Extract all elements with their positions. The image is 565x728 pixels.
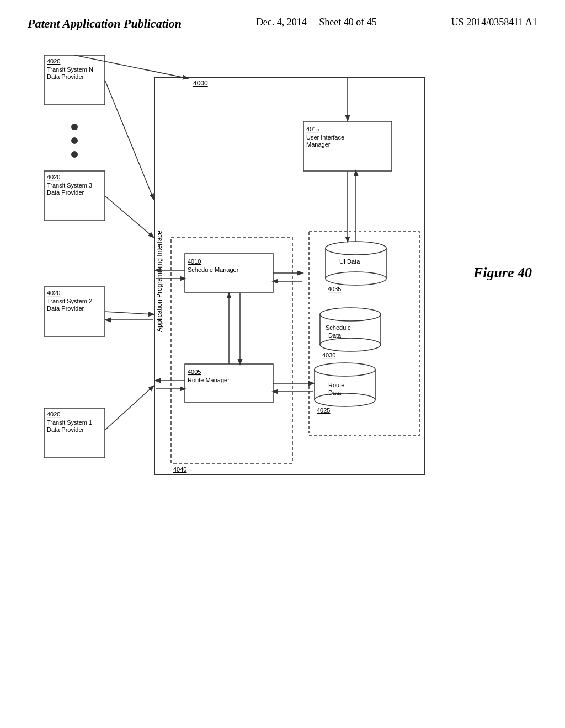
svg-text:4020: 4020 <box>47 290 60 296</box>
svg-text:Route: Route <box>328 382 344 388</box>
svg-point-36 <box>315 393 375 406</box>
svg-text:Transit System 2: Transit System 2 <box>47 298 92 304</box>
svg-point-48 <box>326 272 386 285</box>
svg-text:Schedule: Schedule <box>326 324 351 331</box>
publication-title: Patent Application Publication <box>28 17 182 31</box>
svg-point-35 <box>315 363 375 376</box>
svg-text:4035: 4035 <box>328 286 341 292</box>
svg-text:Data: Data <box>328 332 342 339</box>
svg-point-17 <box>71 137 78 144</box>
svg-point-47 <box>326 242 386 255</box>
patent-number: US 2014/0358411 A1 <box>451 17 537 28</box>
sheet-info: Sheet 40 of 45 <box>319 17 376 28</box>
svg-point-42 <box>320 338 381 351</box>
svg-text:Route Manager: Route Manager <box>188 377 230 383</box>
publication-date: Dec. 4, 2014 <box>256 17 307 28</box>
svg-text:User Interface: User Interface <box>306 134 344 141</box>
svg-line-53 <box>105 196 153 237</box>
diagram-svg: 4020 Transit System N Data Provider 4020… <box>33 44 508 529</box>
svg-text:4040: 4040 <box>173 466 186 473</box>
svg-text:4010: 4010 <box>188 258 201 265</box>
svg-text:4000: 4000 <box>193 79 208 87</box>
svg-text:Data Provider: Data Provider <box>47 73 84 80</box>
svg-text:4020: 4020 <box>47 411 60 417</box>
page-header: Patent Application Publication Dec. 4, 2… <box>0 0 565 31</box>
svg-point-18 <box>71 151 78 158</box>
svg-text:4005: 4005 <box>188 368 201 375</box>
svg-text:4015: 4015 <box>306 126 319 132</box>
svg-text:Data Provider: Data Provider <box>47 305 84 312</box>
svg-line-52 <box>105 80 153 199</box>
svg-text:Data Provider: Data Provider <box>47 189 84 196</box>
svg-text:Transit System 1: Transit System 1 <box>47 419 92 426</box>
svg-text:UI Data: UI Data <box>339 258 360 265</box>
svg-point-41 <box>320 308 381 321</box>
svg-text:4020: 4020 <box>47 174 60 180</box>
svg-line-54 <box>105 312 153 314</box>
header-center: Dec. 4, 2014 Sheet 40 of 45 <box>256 17 377 28</box>
svg-text:4025: 4025 <box>317 407 330 414</box>
svg-text:Data: Data <box>328 389 342 396</box>
diagram-container: 4020 Transit System N Data Provider 4020… <box>33 44 519 540</box>
svg-line-56 <box>105 386 153 430</box>
svg-text:Transit System N: Transit System N <box>47 66 93 73</box>
svg-text:4030: 4030 <box>322 352 335 358</box>
svg-text:Transit System 3: Transit System 3 <box>47 182 92 189</box>
svg-text:Schedule Manager: Schedule Manager <box>188 266 239 273</box>
svg-point-16 <box>71 124 78 130</box>
svg-text:4020: 4020 <box>47 58 60 65</box>
svg-text:Application Programming Interf: Application Programming Interface <box>156 231 163 332</box>
svg-text:Data Provider: Data Provider <box>47 426 84 433</box>
svg-text:Manager: Manager <box>306 141 331 148</box>
